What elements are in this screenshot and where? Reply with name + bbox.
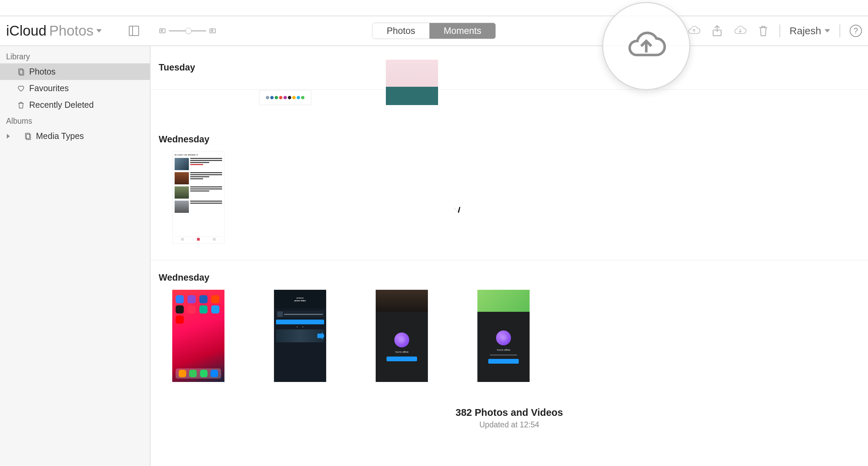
- sidebar-section-library: Library: [0, 49, 150, 63]
- thumb-ios-homescreen[interactable]: [172, 290, 224, 382]
- moment-group: Wednesday IN CASE YOU MISSED IT: [151, 122, 868, 260]
- help-button[interactable]: ?: [850, 25, 862, 37]
- sidebar-toggle-button[interactable]: [129, 26, 139, 36]
- amazon-label: amazon: [296, 297, 303, 299]
- brand-primary: iCloud: [6, 23, 46, 39]
- photos-icon: [17, 68, 25, 76]
- moment-tuesday-thumbs: [239, 60, 868, 115]
- stats-count: 382 Photos and Videos: [151, 407, 868, 418]
- brand-secondary-label: Photos: [49, 23, 94, 39]
- upload-button[interactable]: [687, 24, 701, 38]
- sidebar: Library Photos Favourites Recently Delet…: [0, 46, 151, 466]
- thumb-offline-green[interactable]: You're offline: [477, 290, 530, 382]
- amazon-sublabel: prime video: [294, 300, 306, 302]
- thumb-dock-screenshot[interactable]: [259, 90, 311, 105]
- sidebar-item-label: Recently Deleted: [29, 100, 94, 110]
- download-button[interactable]: [733, 24, 747, 38]
- stats-updated: Updated at 12:54: [151, 420, 868, 429]
- news-heading: IN CASE YOU MISSED IT: [175, 154, 222, 156]
- library-stats: 382 Photos and Videos Updated at 12:54: [151, 398, 868, 433]
- delete-button[interactable]: [756, 24, 770, 38]
- heart-icon: [17, 84, 25, 93]
- chevron-down-icon: [825, 29, 830, 33]
- chevron-down-icon: [96, 29, 102, 33]
- tab-moments[interactable]: Moments: [430, 23, 496, 39]
- sidebar-item-media-types[interactable]: Media Types: [0, 128, 150, 144]
- zoom-track[interactable]: [169, 30, 206, 32]
- sidebar-item-favourites[interactable]: Favourites: [0, 80, 150, 97]
- toolbar-right: Rajesh ?: [687, 24, 862, 38]
- moment-thumbs: amazonprime video You're offline: [159, 290, 860, 398]
- sidebar-item-recently-deleted[interactable]: Recently Deleted: [0, 97, 150, 113]
- offline-label: You're offline: [395, 351, 409, 353]
- brand[interactable]: iCloud Photos: [6, 23, 102, 39]
- brand-secondary: Photos: [49, 23, 102, 39]
- moment-thumbs: IN CASE YOU MISSED IT: [159, 151, 860, 260]
- thumb-offline-dark[interactable]: You're offline: [376, 290, 428, 382]
- sidebar-section-albums: Albums: [0, 113, 150, 128]
- tab-photos[interactable]: Photos: [372, 23, 429, 39]
- sidebar-item-label: Favourites: [29, 83, 69, 93]
- callout-highlight: [602, 2, 690, 90]
- share-button[interactable]: [710, 24, 724, 38]
- moment-title: Wednesday: [159, 134, 210, 144]
- content-area: Tuesday Wednesday IN CASE YOU MISSED IT …: [151, 46, 868, 466]
- trash-icon: [17, 101, 25, 109]
- view-segmented-control: Photos Moments: [372, 23, 496, 39]
- thumb-news-screenshot[interactable]: IN CASE YOU MISSED IT: [172, 151, 224, 244]
- moment-title: Tuesday: [159, 62, 195, 73]
- user-name: Rajesh: [790, 25, 821, 37]
- disclosure-triangle-icon[interactable]: [7, 134, 10, 139]
- moment-title: Wednesday: [159, 272, 210, 283]
- moment-group: Wednesday amazonprime video: [151, 260, 868, 398]
- zoom-out-icon: [159, 28, 165, 33]
- thumb-amazon-prime-video[interactable]: amazonprime video: [274, 290, 326, 382]
- sidebar-item-label: Media Types: [36, 131, 84, 141]
- separator: [780, 24, 780, 37]
- user-menu[interactable]: Rajesh: [790, 25, 830, 37]
- thumb-keyboard-screenshot[interactable]: [386, 60, 438, 105]
- thumbnail-zoom-slider[interactable]: [159, 28, 216, 33]
- toolbar: iCloud Photos Photos Moments Raje: [0, 16, 868, 46]
- offline-label: You're offline: [497, 349, 510, 351]
- zoom-in-icon: [210, 28, 216, 33]
- separator: [840, 24, 840, 37]
- sidebar-item-photos[interactable]: Photos: [0, 63, 150, 80]
- sidebar-item-label: Photos: [29, 67, 56, 77]
- stack-icon: [24, 132, 32, 140]
- zoom-thumb[interactable]: [185, 28, 192, 34]
